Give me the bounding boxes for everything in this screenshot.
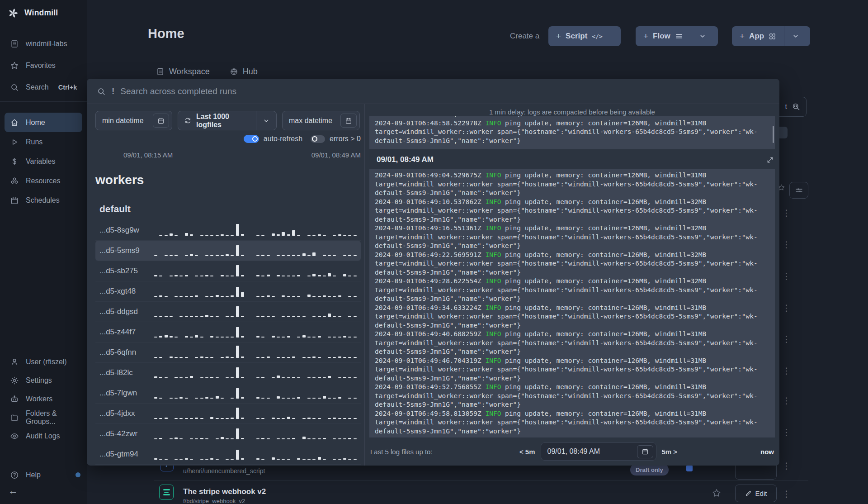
spark-bar bbox=[287, 417, 290, 419]
worker-row[interactable]: ...d5-5sms9 bbox=[95, 241, 361, 261]
row-menu-button[interactable]: ⋮ bbox=[782, 304, 791, 312]
sidebar-item-label: Runs bbox=[26, 138, 42, 146]
spark-bar bbox=[333, 337, 336, 338]
logfiles-dropdown-button[interactable] bbox=[256, 111, 276, 130]
row-menu-button[interactable]: ⋮ bbox=[782, 209, 791, 217]
row-menu-button[interactable]: ⋮ bbox=[782, 461, 791, 470]
worker-activity-sparkline bbox=[154, 283, 361, 297]
create-flow-button[interactable]: + Flow bbox=[636, 26, 691, 46]
sidebar-item-settings[interactable]: Settings bbox=[0, 371, 87, 390]
worker-row[interactable]: ...d5-42zwr bbox=[95, 424, 361, 444]
spark-bar bbox=[267, 316, 270, 317]
page-title: Home bbox=[148, 26, 184, 41]
spark-bar bbox=[307, 255, 311, 256]
spark-bar bbox=[195, 295, 198, 297]
worker-name: ...d5-4jdxx bbox=[95, 409, 154, 418]
row-menu-button[interactable]: ⋮ bbox=[782, 240, 791, 249]
back-5m-button[interactable]: < 5m bbox=[519, 448, 535, 456]
max-datetime-input[interactable]: max datetime bbox=[282, 111, 360, 130]
tab-workspace[interactable]: Workspace bbox=[156, 67, 210, 76]
spark-bar bbox=[354, 398, 357, 399]
spark-bar bbox=[277, 275, 280, 276]
search-completed-runs-input[interactable] bbox=[120, 86, 779, 96]
min-datetime-input[interactable]: min datetime bbox=[95, 111, 172, 130]
auto-refresh-toggle[interactable] bbox=[244, 135, 259, 143]
worker-row[interactable]: ...d5-xgt48 bbox=[95, 281, 361, 302]
row-menu-button[interactable]: ⋮ bbox=[782, 490, 791, 498]
spark-bar bbox=[179, 397, 183, 399]
sidebar-item-runs[interactable]: Runs bbox=[0, 132, 87, 152]
spark-bar bbox=[282, 276, 285, 276]
sidebar-item-favorites[interactable]: Favorites bbox=[0, 55, 87, 76]
spark-bar bbox=[261, 235, 264, 236]
sidebar-item-help[interactable]: Help bbox=[0, 466, 87, 484]
sidebar-item-schedules[interactable]: Schedules bbox=[0, 190, 87, 210]
worker-row[interactable]: ...d5-6qfnn bbox=[95, 342, 361, 363]
expand-icon[interactable] bbox=[767, 157, 774, 163]
calendar-icon[interactable] bbox=[153, 114, 169, 128]
spark-bar bbox=[231, 316, 234, 317]
row-menu-button[interactable]: ⋮ bbox=[782, 366, 791, 375]
tab-hub[interactable]: Hub bbox=[230, 67, 258, 76]
worker-row[interactable]: ...d5-sb275 bbox=[95, 261, 361, 281]
spark-bar bbox=[343, 274, 346, 276]
worker-row[interactable]: ...d5-l82lc bbox=[95, 363, 361, 383]
errors-toggle[interactable] bbox=[311, 135, 325, 143]
sidebar-item-windmill-labs[interactable]: windmill-labs bbox=[0, 33, 87, 55]
favorite-star-icon[interactable] bbox=[712, 488, 722, 498]
spark-bar bbox=[348, 235, 351, 236]
spark-bar bbox=[216, 396, 219, 399]
create-script-button[interactable]: + Script </> bbox=[548, 26, 621, 46]
filters-button[interactable] bbox=[789, 182, 808, 199]
log-datetime-input[interactable]: 09/01, 08:49 AM bbox=[541, 442, 656, 461]
row-menu-button[interactable]: ⋮ bbox=[782, 335, 791, 343]
sidebar-item-variables[interactable]: Variables bbox=[0, 152, 87, 171]
worker-row[interactable]: ...d5-ddgsd bbox=[95, 302, 361, 322]
row-menu-button[interactable]: ⋮ bbox=[782, 396, 791, 405]
worker-row[interactable]: ...d5-7lgwn bbox=[95, 383, 361, 404]
flow-dropdown-button[interactable] bbox=[691, 26, 714, 46]
spark-bar bbox=[297, 458, 300, 460]
log-level: INFO bbox=[485, 171, 501, 179]
log-line: 2024-09-01T06:49:10.537862Z INFO ping up… bbox=[375, 198, 769, 207]
logfiles-selector[interactable]: Last 1000 logfiles bbox=[178, 111, 277, 130]
toggles-row: auto-refresh errors > 0 bbox=[95, 135, 361, 143]
spark-bar bbox=[354, 296, 357, 297]
now-button[interactable]: now bbox=[760, 448, 774, 456]
scrollbar-thumb[interactable] bbox=[773, 126, 774, 143]
sidebar-item-search[interactable]: SearchCtrl+k bbox=[0, 76, 87, 98]
row-menu-button[interactable]: ⋮ bbox=[782, 272, 791, 281]
create-app-button[interactable]: + App bbox=[732, 26, 784, 46]
sidebar-item-folders-groups[interactable]: Folders & Groups... bbox=[0, 408, 87, 427]
worker-row[interactable]: ...d5-4jdxx bbox=[95, 404, 361, 424]
current-log-block[interactable]: 2024-09-01T06:49:04.529675Z INFO ping up… bbox=[369, 169, 775, 437]
sidebar-item-workers[interactable]: Workers bbox=[0, 390, 87, 408]
row-menu-button[interactable]: ⋮ bbox=[782, 428, 791, 437]
edit-button[interactable]: Edit bbox=[735, 485, 777, 502]
spark-bar bbox=[236, 265, 239, 276]
spark-bar bbox=[241, 458, 244, 460]
play-icon bbox=[10, 138, 19, 147]
sidebar-item-resources[interactable]: Resources bbox=[0, 171, 87, 190]
worker-row[interactable]: ...d5-gtm94 bbox=[95, 444, 361, 465]
spark-bar bbox=[282, 357, 285, 358]
previous-log-block[interactable]: default-5sms9-Jmn1G","name":"worker"}202… bbox=[369, 116, 775, 149]
spark-bar bbox=[272, 233, 275, 236]
forward-5m-button[interactable]: 5m > bbox=[662, 448, 678, 456]
collapse-sidebar-button[interactable]: ← bbox=[8, 485, 18, 497]
spark-bar bbox=[287, 276, 290, 276]
star-icon bbox=[10, 61, 19, 70]
sidebar-item-user-rfiszel[interactable]: User (rfiszel) bbox=[0, 352, 87, 371]
worker-activity-sparkline bbox=[154, 405, 361, 419]
spark-bar bbox=[154, 255, 157, 256]
sidebar-item-home[interactable]: Home bbox=[5, 113, 82, 132]
robot-icon bbox=[10, 395, 19, 404]
spark-bar bbox=[323, 316, 326, 317]
sidebar-item-audit-logs[interactable]: Audit Logs bbox=[0, 427, 87, 445]
worker-row[interactable]: ...d5-8sg9w bbox=[95, 220, 361, 241]
worker-row[interactable]: ...d5-z44f7 bbox=[95, 322, 361, 342]
calendar-icon[interactable] bbox=[637, 445, 653, 458]
calendar-icon[interactable] bbox=[340, 114, 357, 128]
worker-activity-sparkline bbox=[154, 222, 361, 236]
app-dropdown-button[interactable] bbox=[784, 26, 807, 46]
